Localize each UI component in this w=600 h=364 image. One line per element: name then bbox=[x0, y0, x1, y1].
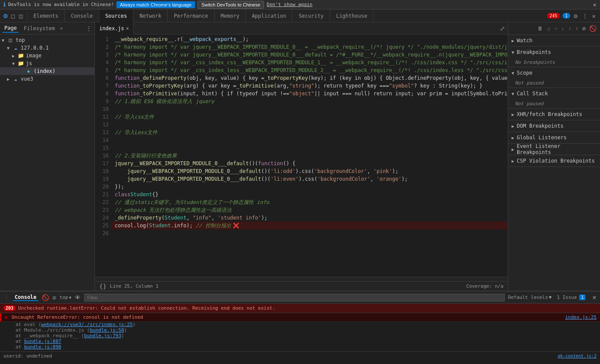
tree-item-js[interactable]: ▼ 📁 js bbox=[0, 60, 94, 67]
btn-match-language[interactable]: Always match Chrome's language bbox=[116, 1, 195, 8]
settings-icon[interactable]: ⚙ bbox=[573, 12, 578, 20]
console-issues-badge[interactable]: 1 Issue 1 bbox=[557, 295, 585, 300]
stack-line-2: at Module../src/index.js (bundle.js:50) bbox=[16, 327, 597, 333]
tree-label-vue3: vue3 bbox=[21, 76, 33, 82]
debug-step-icon[interactable]: ⬆ bbox=[574, 24, 579, 33]
sidebar: Page Filesystem » ⋮ ▼ ◫ top ▼ ☁ 127.0.0.… bbox=[0, 22, 95, 291]
console-filter-input[interactable] bbox=[84, 294, 504, 301]
callstack-status-text: Not paused bbox=[515, 101, 543, 107]
btn-switch-chinese[interactable]: Switch DevTools to Chinese bbox=[198, 1, 264, 9]
console-tab-label[interactable]: Console bbox=[13, 294, 38, 301]
debug-step-out-icon[interactable]: ↑ bbox=[567, 24, 572, 33]
debug-step-into-icon[interactable]: ↓ bbox=[560, 24, 565, 33]
console-close-icon[interactable]: × bbox=[592, 293, 597, 301]
console-error-text-main: Uncaught ReferenceError: consol is not d… bbox=[12, 314, 565, 320]
stack-link-5[interactable]: bundle.js:890 bbox=[24, 344, 61, 350]
console-eye-icon[interactable]: 👁 bbox=[75, 294, 81, 301]
stack-line-1: at eval (webpack://vue3/./src/index.js:2… bbox=[16, 322, 597, 327]
tree-item-vue3[interactable]: ▶ ☁ vue3 bbox=[0, 75, 94, 83]
sidebar-tab-filesystem[interactable]: Filesystem bbox=[22, 25, 57, 32]
error-banner-text: Unchecked runtime.lastError: Could not e… bbox=[18, 305, 275, 311]
info-count-badge[interactable]: 1 bbox=[562, 13, 570, 19]
tab-lighthouse[interactable]: Lighthouse bbox=[330, 9, 374, 22]
debug-deactivate-icon[interactable]: ⊘ bbox=[581, 24, 587, 33]
code-tab-close-icon[interactable]: × bbox=[126, 25, 129, 31]
code-tabs: index.js × ⤢ bbox=[95, 22, 508, 35]
code-tab-index[interactable]: index.js × bbox=[95, 22, 134, 35]
code-content: __webpack_require__.r(__webpack_exports_… bbox=[111, 35, 508, 277]
code-line-3: /* harmony import */ var jquery__WEBPACK… bbox=[111, 51, 508, 59]
code-maximize-icon[interactable]: ⤢ bbox=[500, 25, 505, 32]
sidebar-tab-page[interactable]: Page bbox=[3, 24, 19, 33]
tab-network[interactable]: Network bbox=[133, 9, 168, 22]
console-levels-select[interactable]: Default levels ▼ bbox=[508, 295, 552, 300]
tree-label-localhost: 127.0.0.1 bbox=[21, 45, 49, 51]
console-userid-link[interactable]: qk-content.js:2 bbox=[553, 354, 597, 358]
error-count-badge[interactable]: 245 bbox=[547, 13, 560, 19]
callstack-content: Not paused bbox=[508, 99, 600, 108]
code-line-14 bbox=[111, 136, 508, 144]
console-error-file-link[interactable]: index.js:25 bbox=[565, 314, 597, 320]
debug-step-over-icon[interactable]: ↷ bbox=[553, 24, 558, 33]
btn-dont-show[interactable]: Don't show again bbox=[267, 2, 312, 7]
console-stacktrace: at eval (webpack://vue3/./src/index.js:2… bbox=[0, 322, 600, 351]
sidebar-more-icon[interactable]: ⋮ bbox=[86, 25, 92, 32]
tree-item-localhost[interactable]: ▼ ☁ 127.0.0.1 bbox=[0, 44, 94, 52]
tab-performance[interactable]: Performance bbox=[168, 9, 214, 22]
debug-pause-icon[interactable]: ⏸ bbox=[536, 24, 544, 33]
console-error-banner: 203 Unchecked runtime.lastError: Could n… bbox=[0, 304, 600, 313]
tab-elements[interactable]: Elements bbox=[28, 9, 65, 22]
console-context-select[interactable]: top ▼ bbox=[60, 295, 71, 300]
scope-label: Scope bbox=[517, 70, 532, 76]
tree-item-index[interactable]: ◈ (index) bbox=[0, 67, 94, 75]
dock-icon[interactable]: ◫ bbox=[18, 12, 23, 20]
sidebar-tabs-more-icon[interactable]: » bbox=[60, 26, 63, 31]
console-clear-icon[interactable]: 🚫 bbox=[42, 294, 49, 301]
code-line-17: jquery__WEBPACK_IMPORTED_MODULE_0___defa… bbox=[111, 160, 508, 167]
csp-header[interactable]: ▶ CSP Violation Breakpoints bbox=[508, 155, 600, 166]
code-line-1: __webpack_require__.r(__webpack_exports_… bbox=[111, 35, 508, 43]
xhr-header[interactable]: ▶ XHR/fetch Breakpoints bbox=[508, 109, 600, 120]
debug-resume-icon[interactable]: ↺ bbox=[546, 24, 551, 33]
stack-link-4[interactable]: bundle.js:887 bbox=[24, 339, 61, 344]
right-panel: ⏸ ↺ ↷ ↓ ↑ ⬆ ⊘ 🚫 ▶ Watch ▼ Breakpoints No… bbox=[508, 22, 600, 291]
scope-status-text: Not paused bbox=[515, 80, 543, 86]
watch-header[interactable]: ▶ Watch bbox=[508, 35, 600, 46]
tab-security[interactable]: Security bbox=[292, 9, 330, 22]
code-line-26 bbox=[111, 229, 508, 237]
notification-close[interactable]: × bbox=[593, 1, 597, 8]
callstack-section: ▼ Call Stack Not paused bbox=[508, 88, 600, 109]
console-userid-text: userid: undefined bbox=[3, 353, 52, 359]
notification-bar: ℹ DevTools is now available in Chinese! … bbox=[0, 0, 600, 9]
code-line-22: // 通过static关键字, 为Student类定义了一个静态属性 info bbox=[111, 198, 508, 206]
horizontal-scrollbar[interactable] bbox=[95, 277, 508, 281]
global-header[interactable]: ▶ Global Listeners bbox=[508, 132, 600, 143]
stack-link-2[interactable]: bundle.js:50 bbox=[90, 327, 124, 333]
tree-item-image[interactable]: ▶ 📁 image bbox=[0, 52, 94, 60]
more-icon[interactable]: ⋮ bbox=[581, 12, 589, 20]
scope-header[interactable]: ▼ Scope bbox=[508, 67, 600, 78]
code-line-15 bbox=[111, 144, 508, 152]
stack-link-3[interactable]: bundle.js:793 bbox=[84, 333, 121, 339]
tab-memory[interactable]: Memory bbox=[215, 9, 246, 22]
console-filter-icon[interactable]: ⊙ bbox=[53, 294, 56, 301]
tab-sources[interactable]: Sources bbox=[99, 9, 134, 22]
callstack-header[interactable]: ▼ Call Stack bbox=[508, 88, 600, 99]
tab-console[interactable]: Console bbox=[65, 9, 99, 22]
breakpoints-header[interactable]: ▼ Breakpoints bbox=[508, 47, 600, 58]
console-levels-label: Default levels bbox=[508, 295, 548, 300]
tab-application[interactable]: Application bbox=[246, 9, 292, 22]
code-line-20: }); bbox=[111, 183, 508, 191]
dom-header[interactable]: ▶ DOM Breakpoints bbox=[508, 120, 600, 132]
format-icon[interactable]: {} bbox=[99, 283, 107, 290]
code-line-23: // webpack 无法打包处理静态属性这一高级语法 bbox=[111, 206, 508, 214]
debug-dont-pause-icon[interactable]: 🚫 bbox=[588, 24, 597, 33]
event-header[interactable]: ▶ Event Listener Breakpoints bbox=[508, 144, 600, 155]
close-devtools-icon[interactable]: ✕ bbox=[591, 12, 597, 20]
new-tab-icon[interactable]: □ bbox=[10, 12, 16, 20]
watch-label: Watch bbox=[517, 38, 532, 44]
console-main-error: ✖ Uncaught ReferenceError: consol is not… bbox=[0, 313, 600, 322]
stack-link-1[interactable]: webpack://vue3/./src/index.js:25 bbox=[41, 322, 133, 327]
tree-item-top[interactable]: ▼ ◫ top bbox=[0, 36, 94, 44]
code-line-12 bbox=[111, 121, 508, 129]
